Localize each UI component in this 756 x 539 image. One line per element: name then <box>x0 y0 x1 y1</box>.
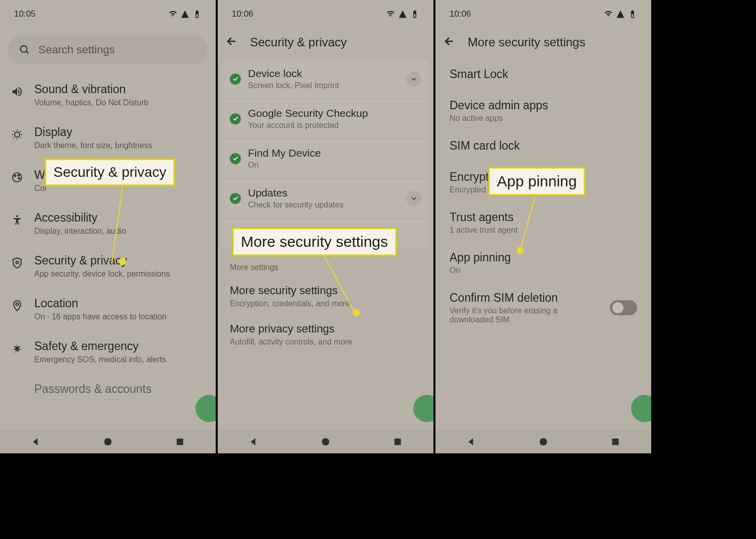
settings-row-accessibility[interactable]: Accessibility Display, interaction, audi… <box>0 202 216 245</box>
fab-button[interactable] <box>413 395 435 422</box>
settings-row-sound[interactable]: Sound & vibration Volume, haptics, Do No… <box>0 74 216 116</box>
settings-row-location[interactable]: Location On · 16 apps have access to loc… <box>0 288 216 330</box>
nav-back-icon[interactable] <box>248 436 259 447</box>
brightness-icon <box>11 128 23 141</box>
svg-point-9 <box>16 303 19 306</box>
callout-security-privacy: Security & privacy <box>45 159 174 185</box>
row-title: Display <box>34 125 208 139</box>
nav-back-icon[interactable] <box>466 436 477 447</box>
nav-recent-icon[interactable] <box>392 436 403 447</box>
row-title: SIM card lock <box>450 139 637 153</box>
security-item-google-checkup[interactable]: Google Security Checkup Your account is … <box>223 99 428 139</box>
toggle-confirm-sim-deletion[interactable] <box>610 300 637 315</box>
svg-point-12 <box>322 438 330 446</box>
chevron-down-icon <box>410 75 418 83</box>
nav-bar <box>435 430 651 453</box>
status-bar: 10:06 <box>218 0 433 25</box>
settings-row-safety[interactable]: Safety & emergency Emergency SOS, medica… <box>0 330 216 373</box>
check-icon <box>230 74 241 85</box>
security-item-find-my-device[interactable]: Find My Device On <box>223 139 428 179</box>
row-sub: No active apps <box>450 114 637 123</box>
phone-screen-1: 10:05 Search settings Sound & vibration … <box>0 0 218 453</box>
svg-point-8 <box>16 261 19 264</box>
check-icon <box>230 153 241 164</box>
status-icons <box>604 10 637 19</box>
row-title: Safety & emergency <box>34 340 208 353</box>
svg-point-3 <box>13 173 22 182</box>
status-icons <box>386 10 419 19</box>
row-device-admin[interactable]: Device admin apps No active apps <box>435 91 651 131</box>
location-icon <box>11 300 23 312</box>
row-title: Confirm SIM deletion <box>450 291 610 305</box>
app-bar: More security settings <box>435 25 651 59</box>
row-app-pinning[interactable]: App pinning On <box>435 243 651 283</box>
search-icon <box>19 44 30 55</box>
status-time: 10:06 <box>232 9 254 19</box>
security-item-updates[interactable]: Updates Check for security updates <box>223 179 428 219</box>
item-sub: Check for security updates <box>248 200 399 210</box>
row-title: App pinning <box>450 251 637 264</box>
nav-home-icon[interactable] <box>102 436 113 447</box>
check-icon <box>230 113 241 124</box>
accessibility-icon <box>11 214 23 226</box>
row-sub: Autofill, activity controls, and more <box>230 338 421 347</box>
svg-line-1 <box>26 51 29 54</box>
row-title: Sound & vibration <box>34 83 208 96</box>
battery-icon <box>193 10 202 19</box>
expand-button[interactable] <box>406 191 421 206</box>
page-title: More security settings <box>468 35 585 49</box>
row-title: Passwords & accounts <box>34 382 208 396</box>
wifi-icon <box>168 10 177 19</box>
row-sub: On · 16 apps have access to location <box>34 312 208 321</box>
battery-icon <box>628 10 637 19</box>
nav-back-icon[interactable] <box>30 436 41 447</box>
svg-point-5 <box>18 175 20 176</box>
callout-app-pinning: App pinning <box>489 168 585 195</box>
fab-button[interactable] <box>196 395 218 422</box>
row-sim-card-lock[interactable]: SIM card lock <box>435 131 651 162</box>
wifi-icon <box>604 10 613 19</box>
expand-button[interactable] <box>406 72 421 87</box>
nav-home-icon[interactable] <box>320 436 331 447</box>
item-title: Google Security Checkup <box>248 107 421 119</box>
row-sub: Verify it's you before erasing a downloa… <box>450 306 581 324</box>
nav-bar <box>218 430 433 453</box>
more-privacy-settings[interactable]: More privacy settings Autofill, activity… <box>218 317 433 356</box>
item-title: Updates <box>248 187 399 199</box>
row-confirm-sim-deletion[interactable]: Confirm SIM deletion Verify it's you bef… <box>435 283 651 332</box>
nav-home-icon[interactable] <box>538 436 549 447</box>
check-icon <box>230 193 241 204</box>
row-sub: App security, device lock, permissions <box>34 270 208 279</box>
item-title: Find My Device <box>248 147 421 159</box>
row-title: Accessibility <box>34 211 208 225</box>
nav-recent-icon[interactable] <box>610 436 621 447</box>
svg-point-14 <box>540 438 547 446</box>
status-icons <box>168 10 202 19</box>
row-sub: Emergency SOS, medical info, alerts <box>34 355 208 364</box>
row-trust-agents[interactable]: Trust agents 1 active trust agent <box>435 203 651 243</box>
row-sub: 1 active trust agent <box>450 226 637 235</box>
settings-row-passwords[interactable]: Passwords & accounts <box>0 373 216 407</box>
row-title: Device admin apps <box>450 99 637 112</box>
phone-screen-2: 10:06 Security & privacy Device lock Scr… <box>218 0 435 453</box>
search-input[interactable]: Search settings <box>8 35 208 64</box>
svg-rect-11 <box>176 439 183 445</box>
settings-row-security[interactable]: Security & privacy App security, device … <box>0 245 216 288</box>
status-time: 10:05 <box>14 9 36 19</box>
item-title: Device lock <box>248 68 399 80</box>
security-item-device-lock[interactable]: Device lock Screen lock, Pixel Imprint <box>223 59 428 99</box>
svg-rect-15 <box>612 439 618 445</box>
fab-button[interactable] <box>631 395 653 422</box>
svg-rect-13 <box>394 439 401 445</box>
row-smart-lock[interactable]: Smart Lock <box>435 59 651 91</box>
app-bar: Security & privacy <box>218 25 433 59</box>
status-bar: 10:05 <box>0 0 216 25</box>
svg-point-10 <box>104 438 112 446</box>
more-security-settings[interactable]: More security settings Encryption, crede… <box>218 279 433 317</box>
nav-recent-icon[interactable] <box>174 436 185 447</box>
back-button[interactable] <box>226 35 238 49</box>
back-button[interactable] <box>444 35 456 49</box>
settings-row-display[interactable]: Display Dark theme, font size, brightnes… <box>0 116 216 159</box>
row-sub: Volume, haptics, Do Not Disturb <box>34 98 208 107</box>
shield-icon <box>11 257 23 269</box>
